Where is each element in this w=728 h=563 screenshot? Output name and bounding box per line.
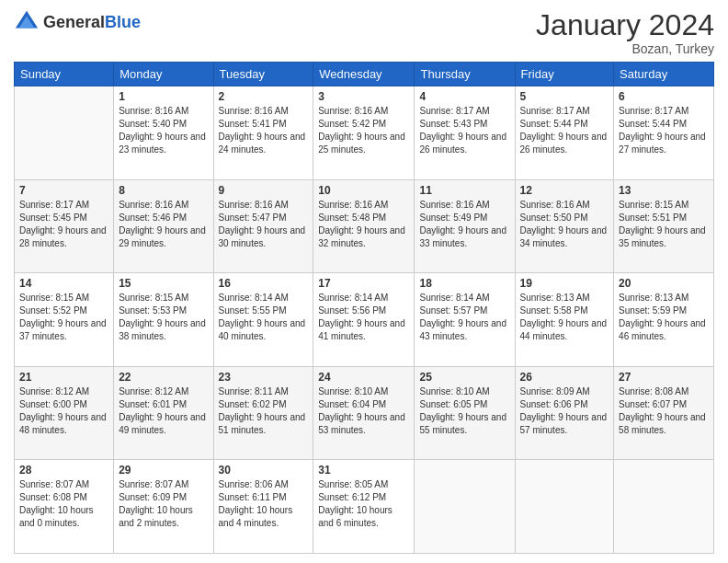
day-number: 1 — [119, 90, 208, 103]
sunset-text: Sunset: 5:55 PM — [219, 305, 287, 316]
sunset-text: Sunset: 6:06 PM — [520, 399, 588, 409]
daylight-text: Daylight: 9 hours and 58 minutes. — [619, 412, 706, 435]
day-number: 29 — [119, 464, 208, 477]
sunset-text: Sunset: 5:48 PM — [318, 213, 386, 223]
sunset-text: Sunset: 6:07 PM — [619, 399, 687, 409]
sunset-text: Sunset: 5:49 PM — [419, 213, 487, 223]
sunrise-text: Sunrise: 8:14 AM — [219, 293, 289, 303]
calendar-cell: 14 Sunrise: 8:15 AM Sunset: 5:52 PM Dayl… — [15, 273, 114, 367]
sunrise-text: Sunrise: 8:13 AM — [619, 293, 688, 303]
sunrise-text: Sunrise: 8:10 AM — [419, 386, 489, 396]
daylight-text: Daylight: 10 hours and 0 minutes. — [19, 505, 94, 528]
calendar-cell: 10 Sunrise: 8:16 AM Sunset: 5:48 PM Dayl… — [313, 179, 415, 273]
day-number: 13 — [619, 184, 709, 197]
day-info: Sunrise: 8:16 AM Sunset: 5:46 PM Dayligh… — [119, 199, 208, 250]
day-number: 6 — [619, 90, 709, 103]
daylight-text: Daylight: 9 hours and 27 minutes. — [619, 132, 706, 155]
day-number: 4 — [419, 90, 509, 103]
day-info: Sunrise: 8:16 AM Sunset: 5:47 PM Dayligh… — [219, 199, 309, 250]
sunset-text: Sunset: 5:47 PM — [219, 213, 287, 223]
calendar-cell: 30 Sunrise: 8:06 AM Sunset: 6:11 PM Dayl… — [213, 460, 313, 554]
col-monday: Monday — [114, 63, 213, 86]
sunset-text: Sunset: 6:05 PM — [419, 399, 487, 409]
daylight-text: Daylight: 9 hours and 57 minutes. — [520, 412, 608, 435]
day-number: 31 — [318, 464, 409, 477]
sunrise-text: Sunrise: 8:13 AM — [520, 293, 590, 303]
day-number: 17 — [318, 277, 409, 290]
sunset-text: Sunset: 5:59 PM — [619, 305, 687, 316]
daylight-text: Daylight: 9 hours and 44 minutes. — [520, 318, 608, 341]
sunrise-text: Sunrise: 8:17 AM — [520, 106, 590, 116]
day-info: Sunrise: 8:17 AM Sunset: 5:45 PM Dayligh… — [19, 199, 108, 250]
sunset-text: Sunset: 5:56 PM — [318, 305, 386, 316]
day-info: Sunrise: 8:14 AM Sunset: 5:55 PM Dayligh… — [219, 292, 309, 343]
daylight-text: Daylight: 9 hours and 49 minutes. — [119, 412, 206, 435]
sunset-text: Sunset: 6:00 PM — [19, 399, 87, 409]
calendar-cell: 13 Sunrise: 8:15 AM Sunset: 5:51 PM Dayl… — [614, 179, 714, 273]
daylight-text: Daylight: 9 hours and 25 minutes. — [318, 132, 405, 155]
sunrise-text: Sunrise: 8:16 AM — [219, 200, 289, 210]
daylight-text: Daylight: 10 hours and 2 minutes. — [119, 505, 193, 528]
calendar-cell: 8 Sunrise: 8:16 AM Sunset: 5:46 PM Dayli… — [114, 179, 213, 273]
calendar-cell: 4 Sunrise: 8:17 AM Sunset: 5:43 PM Dayli… — [415, 86, 515, 180]
day-info: Sunrise: 8:15 AM Sunset: 5:52 PM Dayligh… — [19, 292, 108, 343]
daylight-text: Daylight: 10 hours and 6 minutes. — [318, 505, 392, 528]
sunset-text: Sunset: 6:01 PM — [119, 399, 187, 409]
sunset-text: Sunset: 6:12 PM — [318, 492, 386, 502]
day-number: 14 — [19, 277, 108, 290]
sunrise-text: Sunrise: 8:16 AM — [318, 106, 388, 116]
day-number: 28 — [19, 464, 108, 477]
col-wednesday: Wednesday — [313, 63, 415, 86]
sunset-text: Sunset: 5:46 PM — [119, 213, 187, 223]
calendar-cell: 12 Sunrise: 8:16 AM Sunset: 5:50 PM Dayl… — [515, 179, 614, 273]
daylight-text: Daylight: 10 hours and 4 minutes. — [219, 505, 293, 528]
daylight-text: Daylight: 9 hours and 37 minutes. — [19, 318, 107, 341]
daylight-text: Daylight: 9 hours and 46 minutes. — [619, 318, 706, 341]
sunset-text: Sunset: 5:41 PM — [219, 119, 287, 129]
calendar-cell: 29 Sunrise: 8:07 AM Sunset: 6:09 PM Dayl… — [114, 460, 213, 554]
title-section: January 2024 Bozan, Turkey — [536, 9, 714, 56]
calendar-body: 1 Sunrise: 8:16 AM Sunset: 5:40 PM Dayli… — [15, 86, 714, 554]
calendar-cell: 7 Sunrise: 8:17 AM Sunset: 5:45 PM Dayli… — [15, 179, 114, 273]
calendar-table: Sunday Monday Tuesday Wednesday Thursday… — [14, 62, 714, 554]
calendar-cell: 1 Sunrise: 8:16 AM Sunset: 5:40 PM Dayli… — [114, 86, 213, 180]
logo-text: GeneralBlue — [43, 13, 141, 32]
day-info: Sunrise: 8:13 AM Sunset: 5:59 PM Dayligh… — [619, 292, 709, 343]
day-number: 24 — [318, 371, 409, 384]
daylight-text: Daylight: 9 hours and 35 minutes. — [619, 225, 706, 248]
day-number: 27 — [619, 371, 709, 384]
sunrise-text: Sunrise: 8:11 AM — [219, 386, 289, 396]
sunset-text: Sunset: 6:04 PM — [318, 399, 386, 409]
page: GeneralBlue January 2024 Bozan, Turkey S… — [0, 0, 728, 563]
sunrise-text: Sunrise: 8:09 AM — [520, 386, 590, 396]
calendar-cell: 3 Sunrise: 8:16 AM Sunset: 5:42 PM Dayli… — [313, 86, 415, 180]
day-number: 16 — [219, 277, 309, 290]
day-info: Sunrise: 8:07 AM Sunset: 6:08 PM Dayligh… — [19, 478, 108, 530]
calendar-cell: 19 Sunrise: 8:13 AM Sunset: 5:58 PM Dayl… — [515, 273, 614, 367]
day-number: 21 — [19, 371, 108, 384]
calendar-cell — [15, 86, 114, 180]
sunset-text: Sunset: 6:09 PM — [119, 492, 187, 502]
sunrise-text: Sunrise: 8:16 AM — [520, 200, 590, 210]
daylight-text: Daylight: 9 hours and 40 minutes. — [219, 318, 306, 341]
week-row-2: 14 Sunrise: 8:15 AM Sunset: 5:52 PM Dayl… — [15, 273, 714, 367]
sunrise-text: Sunrise: 8:07 AM — [119, 479, 188, 489]
sunrise-text: Sunrise: 8:10 AM — [318, 386, 388, 396]
day-info: Sunrise: 8:06 AM Sunset: 6:11 PM Dayligh… — [219, 478, 309, 530]
sunset-text: Sunset: 6:08 PM — [19, 492, 87, 502]
day-number: 8 — [119, 184, 208, 197]
day-number: 15 — [119, 277, 208, 290]
day-info: Sunrise: 8:12 AM Sunset: 6:01 PM Dayligh… — [119, 385, 208, 437]
calendar-cell: 5 Sunrise: 8:17 AM Sunset: 5:44 PM Dayli… — [515, 86, 614, 180]
day-info: Sunrise: 8:16 AM Sunset: 5:41 PM Dayligh… — [219, 105, 309, 156]
day-info: Sunrise: 8:10 AM Sunset: 6:05 PM Dayligh… — [419, 385, 509, 437]
day-info: Sunrise: 8:16 AM Sunset: 5:48 PM Dayligh… — [318, 199, 409, 250]
sunrise-text: Sunrise: 8:15 AM — [19, 293, 89, 303]
day-info: Sunrise: 8:10 AM Sunset: 6:04 PM Dayligh… — [318, 385, 409, 437]
daylight-text: Daylight: 9 hours and 26 minutes. — [419, 132, 506, 155]
calendar-cell: 11 Sunrise: 8:16 AM Sunset: 5:49 PM Dayl… — [415, 179, 515, 273]
sunset-text: Sunset: 5:53 PM — [119, 305, 187, 316]
calendar-cell: 17 Sunrise: 8:14 AM Sunset: 5:56 PM Dayl… — [313, 273, 415, 367]
sunrise-text: Sunrise: 8:16 AM — [119, 200, 188, 210]
day-number: 11 — [419, 184, 509, 197]
